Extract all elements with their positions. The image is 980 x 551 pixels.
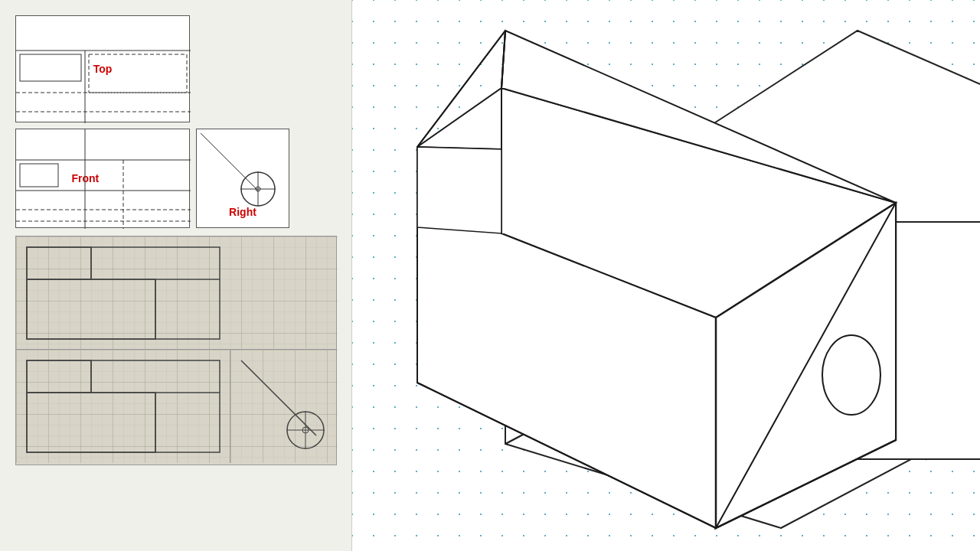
grid-bottom bbox=[16, 350, 336, 463]
right-panel bbox=[352, 0, 980, 551]
svg-rect-19 bbox=[16, 236, 338, 350]
grid-bottom-right bbox=[230, 350, 336, 463]
grid-bottom-left bbox=[16, 350, 230, 463]
isometric-final-svg bbox=[352, 0, 980, 551]
top-view-box: Top bbox=[15, 15, 190, 122]
grid-top bbox=[16, 236, 336, 350]
top-view-svg bbox=[16, 16, 191, 123]
front-right-row: Front Right bbox=[15, 129, 336, 228]
front-view-svg bbox=[16, 129, 191, 229]
svg-line-13 bbox=[201, 133, 258, 191]
svg-rect-35 bbox=[230, 350, 338, 463]
grid-section bbox=[15, 236, 337, 465]
svg-rect-27 bbox=[16, 350, 230, 463]
grid-bottom-right-svg bbox=[230, 350, 338, 463]
right-view-box: Right bbox=[196, 129, 289, 228]
left-panel: Top Front bbox=[0, 0, 352, 551]
right-view-svg bbox=[197, 129, 290, 229]
svg-rect-2 bbox=[20, 54, 81, 81]
grid-top-svg bbox=[16, 236, 338, 350]
svg-rect-5 bbox=[89, 54, 187, 93]
front-view-box: Front bbox=[15, 129, 190, 228]
svg-rect-9 bbox=[20, 164, 58, 187]
top-views-section: Top Front bbox=[15, 15, 336, 228]
grid-bottom-left-svg bbox=[16, 350, 230, 463]
